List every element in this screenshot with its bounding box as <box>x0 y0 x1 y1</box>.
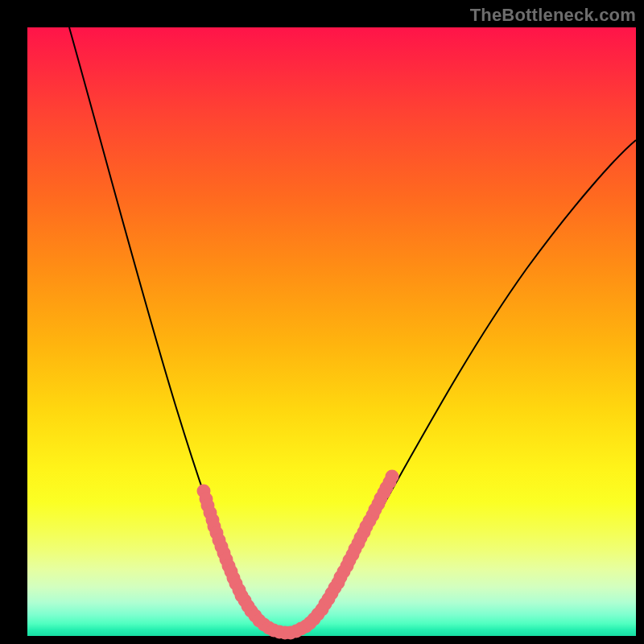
chart-svg <box>27 27 636 636</box>
marker-group <box>197 470 399 640</box>
plot-area <box>27 27 636 636</box>
data-point <box>386 470 399 484</box>
watermark-text: TheBottleneck.com <box>470 5 636 26</box>
chart-frame: TheBottleneck.com <box>0 0 644 644</box>
